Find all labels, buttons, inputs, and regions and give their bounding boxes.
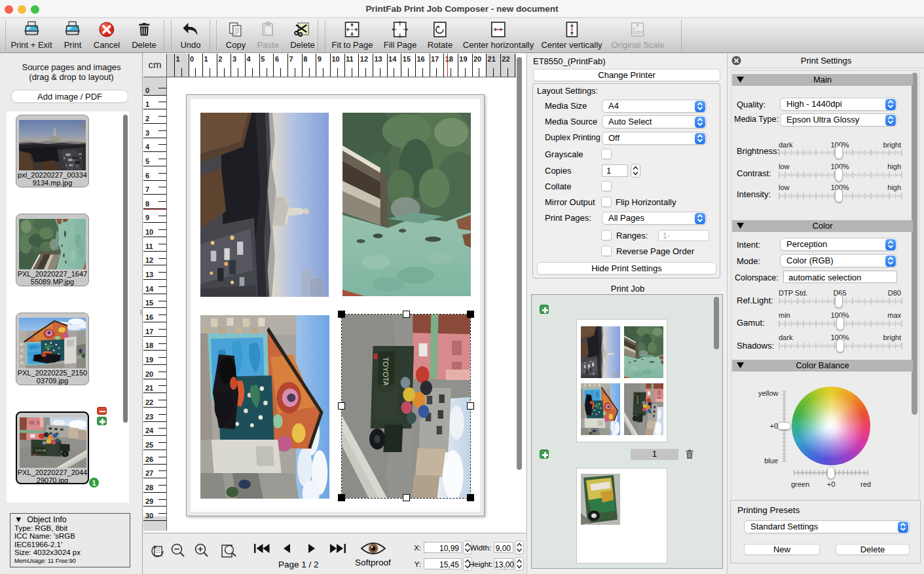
svg-text:TOYOTA: TOYOTA — [636, 395, 638, 404]
svg-text:TOYOTA: TOYOTA — [35, 449, 46, 452]
svg-text:100%: 100% — [633, 30, 644, 35]
